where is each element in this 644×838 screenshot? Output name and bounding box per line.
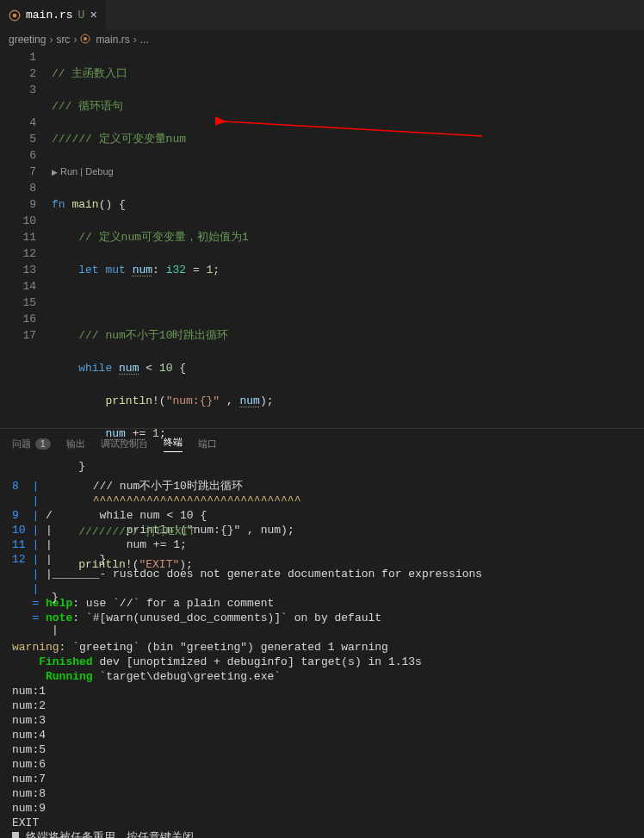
chevron-right-icon: › [49,34,53,46]
running-label: Running [46,670,93,683]
output-line: num:6 [12,758,46,771]
code-comment: /// num不小于10时跳出循环 [78,329,228,342]
breadcrumb-folder[interactable]: greeting [9,34,46,46]
macro: println! [105,394,158,407]
breadcrumb-file[interactable]: main.rs [96,34,129,46]
keyword: while [78,362,112,375]
output-line: num:7 [12,773,46,785]
string: "EXIT" [139,558,179,571]
output-line: num:3 [12,714,46,727]
tab-bar: main.rs U × [0,0,644,30]
line-no: 8 [12,480,19,493]
line-no: 10 [12,524,26,537]
output-line: EXIT [12,816,39,829]
output-line: num:5 [12,743,46,756]
code-editor[interactable]: 1234567891011121314151617 // 主函数入口 /// 循… [0,49,644,428]
code-comment: ///////// 打印EXIT [78,525,195,538]
type: i32 [166,264,186,276]
chevron-right-icon: › [73,34,77,46]
rust-icon [9,9,21,22]
svg-point-1 [13,13,17,17]
terminal-line: `target\debug\greeting.exe` [93,670,281,683]
keyword: mut [105,264,125,276]
string: "num:{}" [166,394,220,407]
variable: num [105,427,125,440]
tab-title: main.rs [26,9,73,22]
breadcrumb-symbol[interactable]: ... [140,34,149,46]
line-numbers: 1234567891011121314151617 [0,49,52,428]
breadcrumb[interactable]: greeting › src › main.rs › ... [0,30,644,49]
variable: num [240,394,260,407]
breadcrumb-folder[interactable]: src [56,34,70,46]
svg-point-3 [84,37,87,40]
number: 10 [159,362,173,375]
variable: num [119,362,139,375]
close-icon[interactable]: × [90,9,96,22]
rust-icon [80,34,92,46]
variable: num [133,264,152,276]
codelens[interactable]: ▶ Run | Debug [52,164,644,180]
terminal-footer: 终端将被任务重用，按任意键关闭。 [19,831,205,838]
function-name: main [71,198,98,211]
code-content[interactable]: // 主函数入口 /// 循环语句 ////// 定义可变变量num ▶ Run… [52,49,644,428]
editor-tab[interactable]: main.rs U × [0,0,107,30]
output-line: num:1 [12,685,46,698]
line-no: 11 [12,538,26,551]
macro: println! [78,558,132,571]
keyword: fn [52,198,65,211]
cursor-block [12,832,19,838]
operator: += [133,427,146,440]
output-line: num:4 [12,729,46,742]
tab-problems[interactable]: 问题1 [12,436,51,452]
line-no: 12 [12,553,26,566]
number: 1 [152,427,159,440]
problems-badge: 1 [35,438,51,450]
chevron-right-icon: › [133,34,137,46]
keyword: let [78,264,98,276]
output-line: num:2 [12,699,46,712]
output-line: num:8 [12,787,46,800]
code-comment: /// 循环语句 [52,100,123,113]
output-line: num:9 [12,802,46,815]
code-comment: // 定义num可变变量，初始值为1 [78,231,249,244]
play-icon: ▶ [52,168,58,177]
code-comment: ////// 定义可变变量num [52,133,186,146]
tab-modified-indicator: U [78,9,85,22]
line-no: 9 [12,509,19,522]
code-comment: // 主函数入口 [52,67,127,80]
